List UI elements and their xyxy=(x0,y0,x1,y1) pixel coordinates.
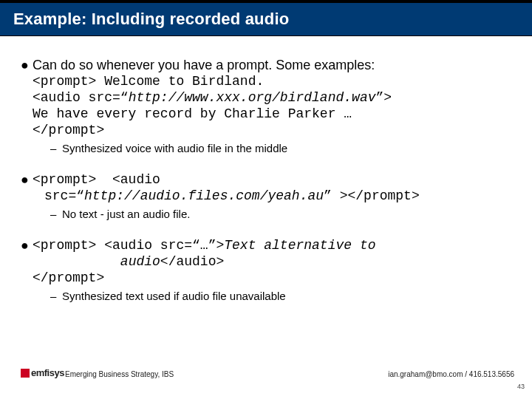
sub-text: Synthesized voice with audio file in the… xyxy=(62,141,287,155)
sub-bullet: – Synthesized text used if audio file un… xyxy=(50,289,511,303)
code-line: <prompt> <audio xyxy=(33,171,511,188)
code-line: audio</audio> xyxy=(33,253,511,270)
bullet-3-body: <prompt> <audio src=“…”>Text alternative… xyxy=(33,237,511,303)
bullet-2: ● <prompt> <audio src=“http://audio.file… xyxy=(21,171,511,221)
code-line: <audio src=“http://www.xxx.org/birdland.… xyxy=(33,89,511,106)
footer: emfisys Emerging Business Strategy, IBS … xyxy=(0,368,532,392)
bullet-1: ● Can do so whenever you have a prompt. … xyxy=(21,57,511,155)
slide-title: Example: Including recorded audio xyxy=(13,10,289,29)
sub-text: No text - just an audio file. xyxy=(62,207,190,221)
bullet-3: ● <prompt> <audio src=“…”>Text alternati… xyxy=(21,237,511,303)
code-line: </prompt> xyxy=(33,270,511,286)
bullet-2-body: <prompt> <audio src=“http://audio.files.… xyxy=(33,171,511,221)
dash-icon: – xyxy=(50,207,62,221)
code-italic-span: Text alternative to xyxy=(224,238,375,253)
code-italic-span: http://audio.files.com/yeah.au xyxy=(84,188,324,203)
bullet-dot-icon: ● xyxy=(21,237,33,303)
bullet-1-body: Can do so whenever you have a prompt. So… xyxy=(33,57,511,155)
footer-right-text: ian.graham@bmo.com / 416.513.5656 xyxy=(388,370,514,378)
code-italic-span: audio xyxy=(120,254,160,269)
code-line: </prompt> xyxy=(33,122,511,138)
logo: emfisys xyxy=(21,367,64,378)
sub-bullet: – No text - just an audio file. xyxy=(50,207,511,221)
page-number: 43 xyxy=(517,383,525,390)
code-italic-span: http://www.xxx.org/birdland.wav xyxy=(129,90,376,105)
logo-mark-icon xyxy=(21,369,30,378)
code-line: <prompt> <audio src=“…”>Text alternative… xyxy=(33,237,511,253)
code-line: <prompt> Welcome to Birdland. xyxy=(33,73,511,89)
slide: Example: Including recorded audio ● Can … xyxy=(0,0,532,399)
footer-left-text: Emerging Business Strategy, IBS xyxy=(65,370,174,378)
dash-icon: – xyxy=(50,289,62,303)
code-line: src=“http://audio.files.com/yeah.au” ></… xyxy=(44,188,511,204)
title-band: Example: Including recorded audio xyxy=(0,0,532,35)
bullet-dot-icon: ● xyxy=(21,57,33,155)
content-area: ● Can do so whenever you have a prompt. … xyxy=(0,36,532,303)
dash-icon: – xyxy=(50,141,62,155)
bullet-dot-icon: ● xyxy=(21,171,33,221)
sub-bullet: – Synthesized voice with audio file in t… xyxy=(50,141,511,155)
code-line: We have every record by Charlie Parker … xyxy=(33,106,511,122)
sub-text: Synthesized text used if audio file unav… xyxy=(62,289,286,303)
bullet-1-lead: Can do so whenever you have a prompt. So… xyxy=(33,57,511,73)
logo-text: emfisys xyxy=(31,367,64,378)
